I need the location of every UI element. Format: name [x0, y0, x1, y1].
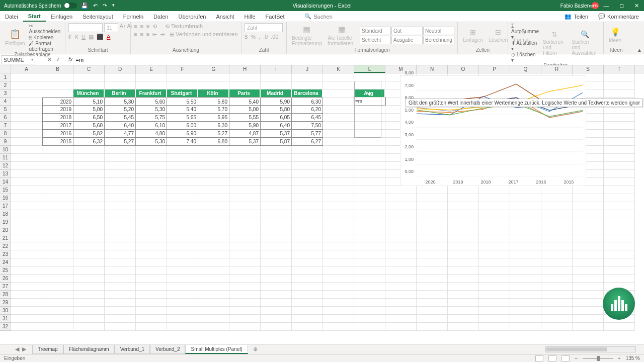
- indent-inc-icon[interactable]: ⇥: [160, 31, 165, 38]
- cell[interactable]: [604, 210, 635, 218]
- row-header[interactable]: 11: [0, 154, 11, 162]
- cell[interactable]: 5,37: [261, 130, 292, 138]
- cell[interactable]: [541, 275, 573, 283]
- cell[interactable]: [510, 234, 541, 242]
- fill-button[interactable]: ⬇ Ausfüllen ▾: [511, 40, 539, 51]
- cell[interactable]: [323, 73, 354, 81]
- cell[interactable]: [229, 299, 261, 307]
- cell[interactable]: [354, 186, 385, 194]
- cell[interactable]: [417, 315, 448, 323]
- cell[interactable]: [354, 242, 385, 250]
- cell[interactable]: [541, 202, 573, 210]
- cell[interactable]: [11, 146, 42, 154]
- column-header[interactable]: H: [229, 65, 261, 73]
- cell[interactable]: [354, 154, 385, 162]
- align-top-icon[interactable]: ≡: [134, 23, 137, 30]
- cell[interactable]: [42, 299, 73, 307]
- cell[interactable]: [261, 283, 292, 291]
- cell[interactable]: [448, 234, 479, 242]
- cell[interactable]: Stuttgart: [167, 89, 198, 98]
- cell[interactable]: [167, 258, 198, 266]
- cell[interactable]: [417, 258, 448, 266]
- cell[interactable]: [385, 283, 417, 291]
- cell[interactable]: [167, 170, 198, 178]
- format-as-table-button[interactable]: ▦Als Tabelle formatieren: [326, 24, 358, 47]
- cell[interactable]: [42, 178, 73, 186]
- cell[interactable]: [198, 218, 229, 226]
- cell[interactable]: [11, 258, 42, 266]
- column-header[interactable]: R: [541, 65, 573, 73]
- cell[interactable]: [261, 299, 292, 307]
- cell[interactable]: [354, 299, 385, 307]
- row-header[interactable]: 31: [0, 315, 11, 323]
- style-neutral[interactable]: Neutral: [423, 27, 454, 35]
- cell[interactable]: [448, 275, 479, 283]
- cell[interactable]: [73, 170, 105, 178]
- cell[interactable]: [167, 194, 198, 202]
- cell[interactable]: [604, 122, 635, 130]
- cell[interactable]: [261, 250, 292, 258]
- cell[interactable]: [448, 283, 479, 291]
- cell[interactable]: [229, 81, 261, 89]
- cell[interactable]: [323, 202, 354, 210]
- cell[interactable]: [229, 315, 261, 323]
- cell[interactable]: [136, 170, 167, 178]
- sheet-tab[interactable]: Verbund_2: [150, 345, 185, 354]
- cell[interactable]: [323, 81, 354, 89]
- cell[interactable]: [354, 291, 385, 299]
- cell[interactable]: 2016: [42, 130, 73, 138]
- cell[interactable]: [229, 73, 261, 81]
- cell[interactable]: [604, 178, 635, 186]
- font-color-icon[interactable]: A: [107, 34, 110, 40]
- cell[interactable]: [136, 307, 167, 315]
- wrap-text-button[interactable]: ⟲ Textumbruch: [165, 23, 203, 30]
- cell[interactable]: [42, 266, 73, 275]
- column-header[interactable]: C: [73, 65, 105, 73]
- cell[interactable]: [417, 283, 448, 291]
- row-header[interactable]: 32: [0, 323, 11, 331]
- underline-icon[interactable]: U: [82, 34, 86, 40]
- cell[interactable]: [354, 210, 385, 218]
- cell[interactable]: [167, 242, 198, 250]
- row-header[interactable]: 23: [0, 250, 11, 258]
- cell[interactable]: [261, 275, 292, 283]
- cell[interactable]: [354, 315, 385, 323]
- cell[interactable]: [510, 275, 541, 283]
- menu-tab-datei[interactable]: Datei: [0, 11, 23, 22]
- cell[interactable]: 6,90: [167, 130, 198, 138]
- cell[interactable]: [105, 81, 136, 89]
- cell[interactable]: 5,65: [167, 114, 198, 122]
- cell[interactable]: 5,95: [198, 114, 229, 122]
- cell[interactable]: [229, 170, 261, 178]
- cell[interactable]: [292, 258, 323, 266]
- line-chart[interactable]: 0,001,002,003,004,005,006,007,008,00 202…: [400, 75, 586, 186]
- cell[interactable]: [385, 226, 417, 234]
- cell[interactable]: [292, 81, 323, 89]
- menu-tab-seitenlayout[interactable]: Seitenlayout: [77, 11, 118, 22]
- cell[interactable]: [167, 210, 198, 218]
- cell[interactable]: [73, 258, 105, 266]
- cell[interactable]: [11, 186, 42, 194]
- cell[interactable]: [261, 170, 292, 178]
- cell[interactable]: [573, 258, 604, 266]
- cell[interactable]: 4,87: [229, 130, 261, 138]
- cell[interactable]: [198, 178, 229, 186]
- cell[interactable]: [105, 250, 136, 258]
- comma-icon[interactable]: ,: [259, 34, 260, 40]
- menu-tab-einfügen[interactable]: Einfügen: [46, 11, 77, 22]
- row-header[interactable]: 5: [0, 106, 11, 114]
- menu-tab-formeln[interactable]: Formeln: [118, 11, 148, 22]
- row-header[interactable]: 4: [0, 98, 11, 106]
- cell[interactable]: [11, 178, 42, 186]
- cell[interactable]: [604, 202, 635, 210]
- align-bot-icon[interactable]: ≡: [146, 23, 149, 30]
- cell[interactable]: [11, 307, 42, 315]
- row-header[interactable]: 3: [0, 89, 11, 98]
- cell[interactable]: [229, 202, 261, 210]
- view-layout-icon[interactable]: [548, 355, 556, 361]
- cell[interactable]: [354, 73, 385, 81]
- cell[interactable]: [479, 307, 510, 315]
- cell[interactable]: [323, 130, 354, 138]
- cell[interactable]: [448, 226, 479, 234]
- cell[interactable]: [292, 266, 323, 275]
